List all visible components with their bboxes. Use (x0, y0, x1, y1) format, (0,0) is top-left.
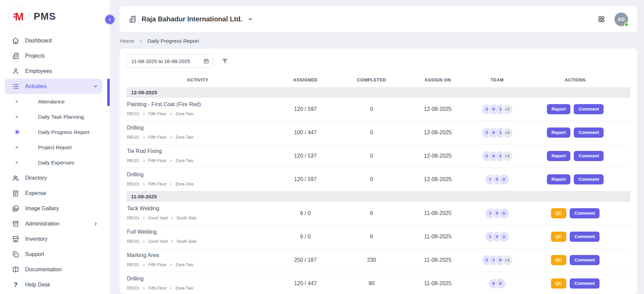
assign-on-date: 12-08-2025 (401, 176, 474, 182)
help-icon: ? (12, 281, 20, 288)
chevron-right-icon (170, 240, 174, 243)
sidebar-nav: DashboardProjectsEmployeesActivitiesAtte… (0, 33, 110, 292)
sidebar-item-documentation[interactable]: Documentation (5, 262, 102, 277)
location-segment: RB101 (127, 239, 140, 244)
sidebar-item-label: Administration (25, 221, 59, 227)
location-segment: South Side (177, 239, 197, 244)
sidebar-subitem-daily-progress-report[interactable]: Daily Progress Report (0, 124, 110, 140)
archive-icon (12, 220, 20, 228)
comment-button[interactable]: Comment (574, 174, 604, 184)
sidebar-subitem-project-report[interactable]: Project Report (0, 140, 110, 155)
assigned-value: 120 / 597 (269, 176, 342, 182)
date-group-header: 12-08-2025 (126, 87, 630, 98)
team-cell: SRD (474, 232, 520, 242)
book-icon (12, 266, 20, 273)
qc-button[interactable]: QC (551, 278, 567, 289)
team-cell: DMS+2 (474, 128, 520, 138)
grid-icon (598, 16, 605, 23)
location-segment: Zone Two (176, 286, 193, 291)
team-avatar: D (499, 232, 509, 242)
table-row: Tack Welding RB101Court YardSouth Side 6… (126, 202, 630, 225)
location-segment: Zone Two (176, 262, 193, 267)
chevron-right-icon (142, 263, 146, 267)
column-header-actions: ACTIONS (520, 77, 630, 82)
location-segment: Zone Two (176, 112, 193, 116)
sidebar-item-administration[interactable]: Administration (5, 216, 102, 231)
bullet-dot-icon (16, 116, 18, 118)
chevron-right-icon (142, 136, 146, 139)
activity-title: Full Welding (127, 229, 265, 235)
actions-cell: QC Comment (520, 278, 630, 289)
comment-button[interactable]: Comment (574, 128, 604, 138)
breadcrumb-home[interactable]: Home (120, 38, 134, 44)
team-extra-count: +2 (502, 104, 512, 114)
activity-title: Painting - First Coat (Fire Red) (127, 101, 265, 107)
sidebar-item-inventory[interactable]: Inventory (5, 231, 102, 247)
assigned-value: 120 / 447 (269, 280, 342, 287)
activity-location-path: RB101Fifth FloorZone One (127, 182, 265, 187)
location-segment: Fifth Floor (148, 262, 167, 267)
breadcrumb-current: Daily Progress Report (147, 38, 199, 44)
bullet-dot-icon (16, 146, 18, 149)
date-range-input[interactable]: 11-08-2025 to 16-08-2025 (126, 54, 213, 68)
actions-cell: Report Comment (520, 151, 630, 161)
filter-button[interactable] (221, 58, 228, 65)
sidebar-item-expense[interactable]: Expense (5, 185, 102, 201)
sidebar-item-directory[interactable]: Directory (5, 170, 102, 185)
receipt-icon (12, 190, 20, 197)
comment-button[interactable]: Comment (570, 208, 600, 218)
comment-button[interactable]: Comment (570, 232, 600, 242)
sidebar-item-help-desk[interactable]: ?Help Desk (5, 277, 102, 292)
comment-button[interactable]: Comment (570, 255, 600, 265)
company-name: Raja Bahadur International Ltd. (142, 15, 242, 23)
store-icon (12, 235, 20, 243)
chevron-right-icon (142, 159, 146, 162)
column-header-completed: COMPLETED (342, 77, 401, 82)
location-segment: Zone Two (176, 158, 193, 163)
activity-title: Drilling (127, 172, 265, 178)
table-header-row: ACTIVITYASSIGNEDCOMPLETEDASSIGN ONTEAMAC… (126, 72, 630, 87)
report-button[interactable]: Report (547, 174, 571, 184)
activity-title: Tie Rod Fixing (127, 148, 265, 154)
sidebar-subitem-daily-task-planning[interactable]: Daily Task Planning (0, 109, 110, 124)
assign-on-date: 12-08-2025 (401, 153, 474, 159)
column-header-activity: ACTIVITY (126, 77, 269, 82)
sidebar-collapse-button[interactable] (105, 15, 114, 24)
sidebar-item-label: Help Desk (25, 282, 50, 288)
active-section-indicator (107, 79, 110, 106)
qc-button[interactable]: QC (551, 232, 567, 242)
completed-value: 90 (342, 280, 401, 287)
qc-button[interactable]: QC (551, 255, 567, 265)
sidebar-item-support[interactable]: Support (5, 247, 102, 262)
report-button[interactable]: Report (547, 104, 571, 114)
bullet-dot-icon (16, 131, 19, 134)
sidebar-item-employees[interactable]: Employees (5, 63, 102, 79)
progress-table: ACTIVITYASSIGNEDCOMPLETEDASSIGN ONTEAMAC… (126, 72, 630, 294)
sidebar-item-activities[interactable]: Activities (5, 79, 102, 94)
sidebar-item-dashboard[interactable]: Dashboard (5, 33, 102, 48)
user-avatar[interactable]: AD (614, 13, 628, 26)
apps-grid-button[interactable] (598, 16, 605, 23)
avatar-initials: AD (618, 17, 625, 22)
comment-button[interactable]: Comment (574, 151, 604, 161)
sidebar-item-image-gallary[interactable]: Image Gallary (5, 201, 102, 216)
report-button[interactable]: Report (547, 128, 571, 138)
sidebar-subitem-label: Attendance (38, 99, 65, 105)
sidebar-item-projects[interactable]: Projects (5, 48, 102, 63)
team-cell: SRD (474, 209, 520, 218)
sidebar-subitem-daily-expenses[interactable]: Daily Expenses (0, 155, 110, 170)
team-avatar: D (499, 175, 509, 184)
sidebar-subitem-attendance[interactable]: Attendance (0, 94, 110, 109)
chevron-right-icon (169, 112, 173, 116)
sidebar-item-label: Directory (25, 175, 47, 181)
comment-button[interactable]: Comment (570, 278, 600, 289)
qc-button[interactable]: QC (551, 208, 567, 218)
company-selector[interactable]: Raja Bahadur International Ltd. (129, 15, 253, 23)
completed-value: 0 (342, 106, 401, 112)
comment-button[interactable]: Comment (574, 104, 604, 114)
team-cell: DVM+2 (474, 255, 520, 265)
location-segment: RB101 (127, 112, 140, 116)
team-avatar: D (499, 209, 509, 218)
report-button[interactable]: Report (547, 151, 571, 161)
location-segment: RB101 (127, 286, 140, 291)
